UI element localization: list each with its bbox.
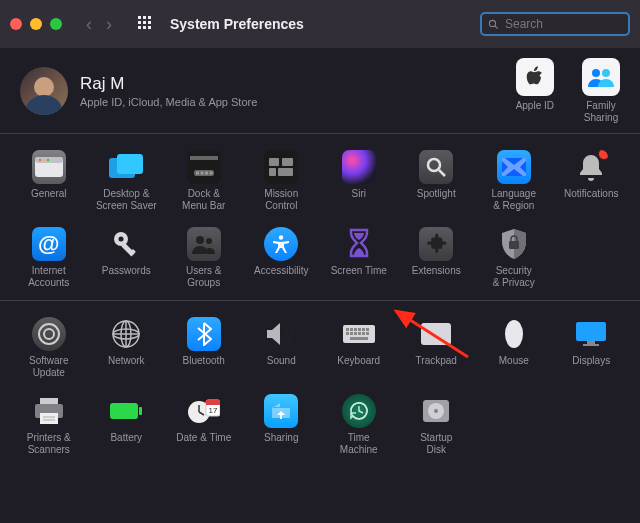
svg-rect-20 (190, 156, 218, 160)
search-input[interactable] (505, 17, 622, 31)
svg-point-11 (592, 69, 600, 77)
pref-accessibility[interactable]: Accessibility (245, 225, 319, 290)
accessibility-icon (264, 227, 298, 261)
svg-rect-2 (148, 16, 151, 19)
pref-startup-disk[interactable]: Startup Disk (400, 392, 474, 457)
pref-spotlight[interactable]: Spotlight (400, 148, 474, 213)
apple-id-icon (516, 58, 554, 96)
svg-point-9 (489, 20, 495, 26)
pref-startup-disk-label: Startup Disk (420, 432, 452, 455)
pref-screen-time[interactable]: Screen Time (322, 225, 396, 290)
pref-time-machine-label: Time Machine (340, 432, 378, 455)
pref-internet-accounts-label: Internet Accounts (28, 265, 69, 288)
svg-rect-4 (143, 21, 146, 24)
svg-rect-29 (278, 168, 293, 176)
pref-printers[interactable]: Printers & Scanners (12, 392, 86, 457)
forward-button[interactable]: › (106, 14, 112, 35)
svg-rect-56 (346, 332, 349, 335)
pref-keyboard[interactable]: Keyboard (322, 315, 396, 380)
minimize-button[interactable] (30, 18, 42, 30)
pref-displays[interactable]: Displays (555, 315, 629, 380)
apple-id-button[interactable]: Apple ID (516, 58, 554, 123)
printers-icon (32, 394, 66, 428)
pref-time-machine[interactable]: Time Machine (322, 392, 396, 457)
sound-icon (264, 317, 298, 351)
pref-battery[interactable]: Battery (90, 392, 164, 457)
pref-siri[interactable]: Siri (322, 148, 396, 213)
pref-displays-label: Displays (572, 355, 610, 367)
pref-extensions[interactable]: Extensions (400, 225, 474, 290)
svg-rect-57 (350, 332, 353, 335)
pref-sharing[interactable]: Sharing (245, 392, 319, 457)
profile-subtitle: Apple ID, iCloud, Media & App Store (80, 96, 257, 108)
pref-screen-time-label: Screen Time (331, 265, 387, 277)
pref-notifications[interactable]: Notifications (555, 148, 629, 213)
svg-point-17 (47, 159, 49, 161)
pref-battery-label: Battery (110, 432, 142, 444)
displays-icon (574, 317, 608, 351)
svg-rect-27 (282, 158, 293, 166)
pref-trackpad-label: Trackpad (416, 355, 457, 367)
screen-time-icon (342, 227, 376, 261)
svg-rect-53 (358, 328, 361, 331)
search-field[interactable] (480, 12, 630, 36)
back-button[interactable]: ‹ (86, 14, 92, 35)
svg-line-31 (439, 170, 445, 176)
pref-security[interactable]: Security & Privacy (477, 225, 551, 290)
pref-mission-control-label: Mission Control (264, 188, 298, 211)
pref-grid-row2: @ Internet Accounts Passwords Users & Gr… (0, 223, 640, 300)
pref-sound-label: Sound (267, 355, 296, 367)
pref-date-time[interactable]: 17 Date & Time (167, 392, 241, 457)
svg-point-64 (505, 320, 523, 348)
titlebar: ‹ › System Preferences (0, 0, 640, 48)
pref-users-groups[interactable]: Users & Groups (167, 225, 241, 290)
pref-sharing-label: Sharing (264, 432, 298, 444)
svg-rect-63 (421, 323, 451, 345)
profile-text[interactable]: Raj M Apple ID, iCloud, Media & App Stor… (80, 74, 257, 108)
svg-rect-68 (40, 398, 58, 404)
svg-rect-52 (354, 328, 357, 331)
internet-accounts-icon: @ (32, 227, 66, 261)
svg-point-38 (196, 236, 204, 244)
svg-point-42 (39, 324, 59, 344)
svg-point-16 (43, 159, 45, 161)
family-sharing-button[interactable]: Family Sharing (582, 58, 620, 123)
svg-point-39 (206, 238, 212, 244)
pref-mission-control[interactable]: Mission Control (245, 148, 319, 213)
pref-extensions-label: Extensions (412, 265, 461, 277)
language-icon (497, 150, 531, 184)
avatar[interactable] (20, 67, 68, 115)
svg-rect-55 (366, 328, 369, 331)
pref-bluetooth[interactable]: Bluetooth (167, 315, 241, 380)
close-button[interactable] (10, 18, 22, 30)
show-all-button[interactable] (138, 16, 152, 33)
svg-rect-26 (269, 158, 279, 166)
pref-sound[interactable]: Sound (245, 315, 319, 380)
pref-internet-accounts[interactable]: @ Internet Accounts (12, 225, 86, 290)
mission-control-icon (264, 150, 298, 184)
svg-rect-73 (110, 403, 138, 419)
pref-general[interactable]: General (12, 148, 86, 213)
svg-point-40 (279, 235, 283, 239)
pref-date-time-label: Date & Time (176, 432, 231, 444)
svg-rect-66 (587, 341, 595, 344)
pref-trackpad[interactable]: Trackpad (400, 315, 474, 380)
pref-network[interactable]: Network (90, 315, 164, 380)
svg-rect-74 (139, 407, 142, 415)
pref-dock[interactable]: Dock & Menu Bar (167, 148, 241, 213)
battery-icon (109, 394, 143, 428)
pref-passwords[interactable]: Passwords (90, 225, 164, 290)
svg-rect-60 (362, 332, 365, 335)
pref-network-label: Network (108, 355, 145, 367)
pref-desktop[interactable]: Desktop & Screen Saver (90, 148, 164, 213)
network-icon (109, 317, 143, 351)
svg-rect-50 (346, 328, 349, 331)
svg-rect-3 (138, 21, 141, 24)
pref-notifications-label: Notifications (564, 188, 618, 200)
pref-mouse[interactable]: Mouse (477, 315, 551, 380)
maximize-button[interactable] (50, 18, 62, 30)
pref-language[interactable]: Language & Region (477, 148, 551, 213)
pref-language-label: Language & Region (492, 188, 537, 211)
apple-id-label: Apple ID (516, 100, 554, 112)
pref-software-update[interactable]: Software Update (12, 315, 86, 380)
